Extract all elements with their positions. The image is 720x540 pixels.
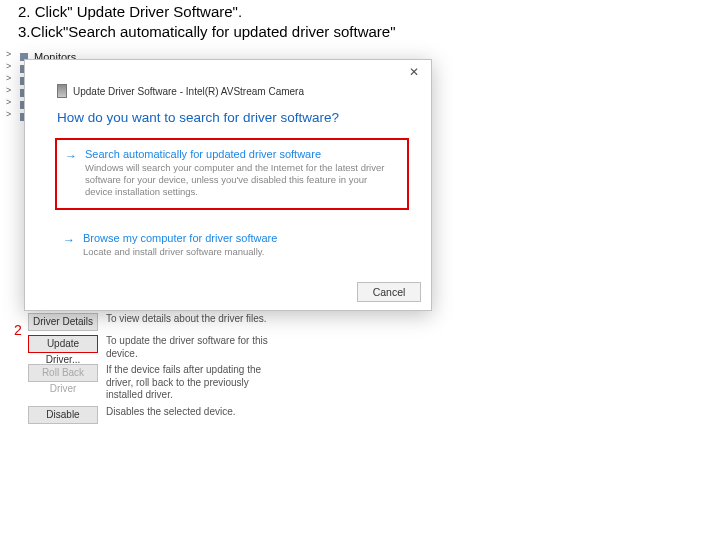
device-icon [57, 84, 67, 98]
close-icon[interactable]: ✕ [405, 64, 423, 80]
chevron-right-icon[interactable]: > [6, 73, 11, 83]
option2-desc: Locate and install driver software manua… [83, 246, 399, 258]
chevron-right-icon[interactable]: > [6, 109, 11, 119]
option-search-automatically[interactable]: → Search automatically for updated drive… [55, 138, 409, 210]
instruction-line-1: 2. Click" Update Driver Software". [18, 2, 395, 22]
arrow-right-icon: → [63, 233, 75, 247]
driver-properties-panel: Driver Details To view details about the… [28, 311, 278, 426]
driver-details-desc: To view details about the driver files. [106, 313, 278, 326]
callout-marker-2: 2 [14, 322, 22, 338]
rollback-driver-button: Roll Back Driver [28, 364, 98, 382]
update-driver-dialog: ✕ Update Driver Software - Intel(R) AVSt… [24, 59, 432, 311]
option-browse-computer[interactable]: → Browse my computer for driver software… [55, 224, 409, 268]
dialog-title-row: Update Driver Software - Intel(R) AVStre… [57, 84, 304, 98]
update-driver-button[interactable]: Update Driver... [28, 335, 98, 353]
chevron-right-icon[interactable]: > [6, 97, 11, 107]
option1-desc: Windows will search your computer and th… [85, 162, 397, 198]
instruction-line-2: 3.Click"Search automatically for updated… [18, 22, 395, 42]
chevron-right-icon[interactable]: > [6, 61, 11, 71]
rollback-driver-desc: If the device fails after updating the d… [106, 364, 278, 402]
dialog-heading: How do you want to search for driver sof… [57, 110, 339, 125]
prop-row-rollback: Roll Back Driver If the device fails aft… [28, 362, 278, 404]
update-driver-desc: To update the driver software for this d… [106, 335, 278, 360]
prop-row-driver-details: Driver Details To view details about the… [28, 311, 278, 333]
chevron-right-icon[interactable]: > [6, 85, 11, 95]
disable-device-button[interactable]: Disable [28, 406, 98, 424]
chevron-right-icon[interactable]: > [6, 49, 11, 59]
options-area: → Search automatically for updated drive… [55, 138, 409, 268]
arrow-right-icon: → [65, 149, 77, 163]
option1-title: Search automatically for updated driver … [85, 148, 397, 160]
dialog-footer: Cancel [357, 282, 421, 302]
driver-details-button[interactable]: Driver Details [28, 313, 98, 331]
prop-row-disable: Disable Disables the selected device. [28, 404, 278, 426]
dialog-title: Update Driver Software - Intel(R) AVStre… [73, 86, 304, 97]
cancel-button[interactable]: Cancel [357, 282, 421, 302]
disable-device-desc: Disables the selected device. [106, 406, 278, 419]
prop-row-update-driver: Update Driver... To update the driver so… [28, 333, 278, 362]
instruction-text: 2. Click" Update Driver Software". 3.Cli… [18, 2, 395, 43]
option2-title: Browse my computer for driver software [83, 232, 399, 244]
